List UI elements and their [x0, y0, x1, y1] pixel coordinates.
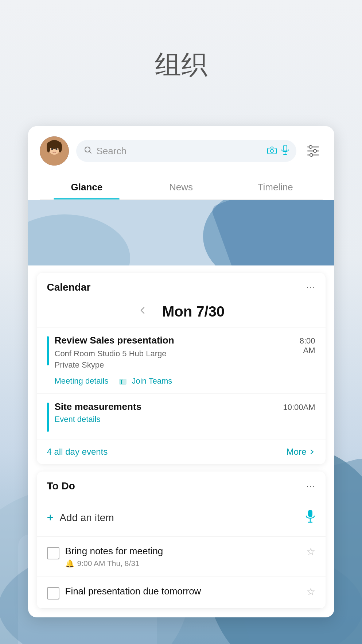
todo-checkbox-2[interactable]	[47, 587, 59, 600]
svg-point-12	[55, 148, 57, 150]
camera-icon[interactable]	[267, 146, 277, 157]
todo-title: To Do	[47, 480, 75, 492]
join-teams-button[interactable]: T Join Teams	[118, 376, 172, 386]
app-card: Search	[28, 126, 334, 617]
svg-point-24	[314, 150, 316, 152]
svg-point-16	[270, 150, 273, 152]
calendar-event-2[interactable]: Site measurements Event details 10:00AM	[37, 393, 326, 439]
todo-item-title-2: Final presentation due tomorrow	[65, 586, 300, 597]
svg-point-9	[58, 142, 62, 152]
search-placeholder: Search	[97, 146, 263, 157]
event-location-1: Conf Room Studio 5 Hub LargePrivate Skyp…	[55, 348, 294, 371]
page-title: 组织	[155, 47, 207, 82]
event-body-2: Site measurements Event details	[55, 401, 277, 424]
search-icon	[83, 146, 92, 156]
all-day-row: 4 all day events More	[37, 439, 326, 464]
glance-background	[28, 200, 334, 265]
todo-widget-header: To Do ···	[37, 472, 326, 499]
app-header: Search	[28, 126, 334, 200]
search-bar[interactable]: Search	[76, 140, 296, 162]
add-plus-icon: +	[47, 511, 54, 524]
calendar-prev-button[interactable]	[137, 305, 148, 318]
todo-reminder-1: 🔔 9:00 AM Thu, 8/31	[65, 559, 300, 568]
avatar[interactable]	[40, 136, 69, 166]
add-item-row[interactable]: + Add an item	[37, 499, 326, 537]
svg-point-8	[47, 142, 50, 152]
svg-point-23	[309, 146, 312, 148]
more-events-button[interactable]: More	[287, 447, 315, 457]
todo-body-1: Bring notes for meeting 🔔 9:00 AM Thu, 8…	[65, 546, 300, 568]
svg-text:T: T	[120, 379, 123, 385]
all-day-events-label[interactable]: 4 all day events	[47, 447, 108, 457]
more-label: More	[287, 447, 307, 457]
event-actions-2: Event details	[55, 415, 277, 424]
settings-icon[interactable]	[304, 141, 323, 160]
todo-widget: To Do ··· + Add an item	[37, 472, 326, 609]
event-title-2: Site measurements	[55, 401, 277, 412]
calendar-event-1[interactable]: Review Sales presentation Conf Room Stud…	[37, 327, 326, 393]
todo-item-2[interactable]: Final presentation due tomorrow ☆	[37, 577, 326, 609]
calendar-more-button[interactable]: ···	[306, 283, 315, 292]
add-item-label: Add an item	[59, 512, 114, 524]
bell-icon-1: 🔔	[65, 559, 74, 568]
svg-rect-15	[268, 148, 276, 154]
star-icon-1[interactable]: ☆	[306, 546, 315, 558]
event-indicator-1	[47, 336, 49, 365]
todo-reminder-text-1: 9:00 AM Thu, 8/31	[77, 559, 140, 568]
svg-rect-32	[308, 510, 312, 517]
tab-bar: Glance News Timeline	[40, 174, 323, 200]
event-time-2: 10:00AM	[283, 401, 315, 412]
event-indicator-2	[47, 403, 49, 432]
calendar-title: Calendar	[47, 282, 91, 293]
mic-icon[interactable]	[305, 509, 315, 526]
join-teams-label: Join Teams	[132, 376, 172, 386]
tab-glance[interactable]: Glance	[40, 174, 134, 199]
meeting-details-link[interactable]: Meeting details	[55, 376, 109, 386]
todo-body-2: Final presentation due tomorrow	[65, 586, 300, 599]
tab-news[interactable]: News	[134, 174, 228, 199]
svg-point-25	[310, 154, 313, 156]
todo-item-title-1: Bring notes for meeting	[65, 546, 300, 557]
event-details-link[interactable]: Event details	[55, 415, 101, 424]
calendar-widget: Calendar ··· Mon 7/30 Review Sales prese…	[37, 273, 326, 464]
calendar-date-row: Mon 7/30	[37, 300, 326, 327]
todo-more-button[interactable]: ···	[306, 481, 315, 491]
svg-point-11	[51, 148, 53, 150]
svg-rect-29	[210, 200, 334, 265]
todo-item-1[interactable]: Bring notes for meeting 🔔 9:00 AM Thu, 8…	[37, 537, 326, 577]
event-body-1: Review Sales presentation Conf Room Stud…	[55, 335, 294, 386]
todo-checkbox-1[interactable]	[47, 547, 59, 559]
event-time-1: 8:00AM	[300, 335, 315, 355]
calendar-widget-header: Calendar ···	[37, 273, 326, 300]
tab-timeline[interactable]: Timeline	[228, 174, 323, 199]
calendar-date: Mon 7/30	[162, 303, 225, 320]
app-content: Calendar ··· Mon 7/30 Review Sales prese…	[28, 273, 334, 609]
event-actions-1: Meeting details T Join Teams	[55, 376, 294, 386]
star-icon-2[interactable]: ☆	[306, 586, 315, 598]
svg-line-14	[89, 152, 91, 154]
svg-rect-17	[283, 145, 287, 151]
event-title-1: Review Sales presentation	[55, 335, 294, 346]
header-top: Search	[40, 136, 323, 166]
mic-search-icon[interactable]	[281, 145, 289, 158]
add-item-left: + Add an item	[47, 511, 114, 524]
